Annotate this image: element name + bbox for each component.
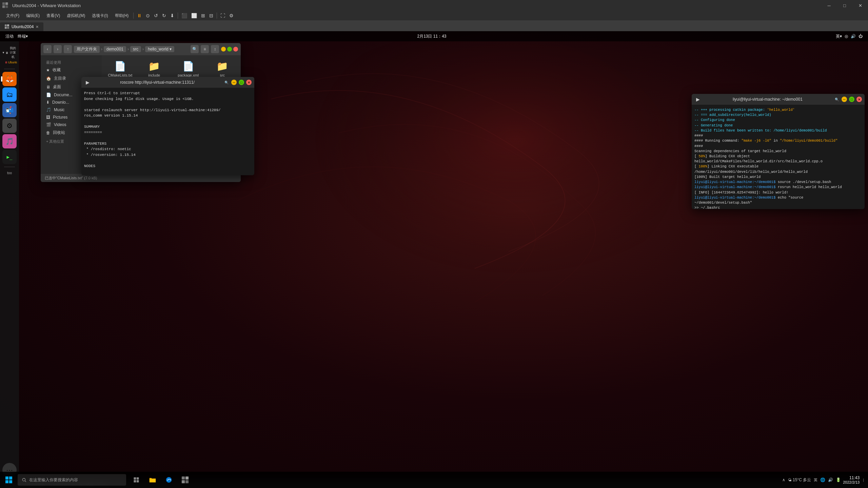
menu-vm[interactable]: 虚拟机(M) (63, 11, 88, 20)
roscore-close-btn[interactable]: ✕ (246, 80, 252, 85)
tab-close-btn[interactable]: ✕ (36, 25, 39, 29)
network-icon[interactable]: ◎ (845, 34, 848, 39)
show-hidden-icons[interactable]: ∧ (782, 477, 785, 482)
win-start-btn[interactable] (0, 472, 18, 488)
taskbar-vmware[interactable] (178, 472, 193, 487)
lang-indicator[interactable]: 英▾ (836, 34, 842, 39)
svg-rect-16 (137, 477, 139, 480)
settings-icon: ⚙ (6, 122, 13, 130)
my-computer-item[interactable]: ▼ 🖥 我的计算机 (1, 45, 18, 60)
view-btn4[interactable]: ⊟ (207, 12, 215, 20)
roscore-search-btn[interactable]: 🔍 (224, 80, 229, 85)
main-close-btn[interactable]: ✕ (856, 97, 862, 102)
roscore-minimize-btn[interactable]: ─ (231, 80, 237, 85)
pause-button[interactable]: ⏸ (135, 12, 144, 20)
activities-btn[interactable]: 活动 (5, 34, 14, 39)
roscore-autostart: auto-starting new master (84, 175, 252, 176)
minimize-button[interactable]: ─ (821, 0, 837, 11)
close-button[interactable]: ✕ (852, 0, 868, 11)
volume-taskbar-icon[interactable]: 🔊 (828, 477, 833, 482)
fullscreen-button[interactable]: ⛶ (218, 12, 227, 20)
view-toggle-btn[interactable]: ≡ (201, 45, 209, 53)
main-minimize-btn[interactable]: ─ (842, 97, 847, 102)
toolbar-btn2[interactable]: ⊙ (144, 12, 152, 20)
ime-icon[interactable]: 英 (814, 477, 817, 483)
view-btn3[interactable]: ⊞ (199, 12, 207, 20)
network-icon[interactable]: 🌐 (820, 477, 825, 482)
terminal-main[interactable]: ▶ liyui@liyui-virtual-machine: ~/demo001… (692, 94, 865, 209)
win-minimize-btn[interactable] (221, 47, 226, 52)
show-desktop-btn[interactable]: | (862, 478, 864, 482)
sys-tray-icons: ∧ 🌤 15°C 多云 英 🌐 🔊 🔋 (782, 477, 841, 483)
roscore-maximize-btn[interactable]: □ (239, 80, 244, 85)
volume-icon[interactable]: 🔊 (851, 34, 856, 39)
path-demo001[interactable]: demo001 (104, 46, 126, 52)
search-btn[interactable]: 🔍 (191, 45, 199, 53)
view-btn2[interactable]: ⬜ (189, 12, 199, 20)
taskbar-edge[interactable] (161, 472, 176, 487)
menu-help[interactable]: 帮助(H) (112, 11, 132, 20)
toolbar-btn5[interactable]: ⬇ (168, 12, 176, 20)
roscore-term-icon: ▶ (84, 79, 91, 86)
taskbar-explorer[interactable] (145, 472, 160, 487)
svg-rect-17 (134, 480, 136, 483)
dock-mail[interactable]: 📬 (2, 103, 17, 117)
ubuntu-top-panel: 活动 终端▾ 2月13日 11：43 英▾ ◎ 🔊 ⏻ (0, 31, 868, 41)
main-line-5: -- Build files have been written to: /ho… (694, 128, 862, 133)
main-maximize-btn[interactable]: □ (849, 97, 854, 102)
terminal-menu-btn[interactable]: 终端▾ (18, 34, 28, 39)
win-close-btn[interactable] (233, 47, 238, 52)
nav-up-btn[interactable]: ↑ (64, 45, 72, 53)
path-src[interactable]: src (130, 46, 141, 52)
taskbar-task-view[interactable] (129, 472, 144, 487)
main-line-8: #### (694, 144, 862, 149)
weather-widget: 🌤 15°C 多云 (788, 477, 811, 483)
menu-view[interactable]: 查看(V) (43, 11, 63, 20)
dock-tool-label: too (6, 170, 13, 176)
path-home[interactable]: 用户文件夹 (74, 46, 100, 53)
sort-btn[interactable]: ↕ (211, 45, 219, 53)
ubuntu-item[interactable]: 🖥 Ubuntu200... (1, 60, 18, 65)
main-search-btn[interactable]: 🔍 (834, 97, 840, 102)
dock-music[interactable]: 🎵 (2, 134, 17, 148)
dock-settings[interactable]: ⚙ (2, 119, 17, 133)
windows-logo (5, 476, 12, 483)
dock-terminal[interactable]: ▶_ (2, 150, 17, 164)
vm-tab[interactable]: Ubuntu2004 ✕ (0, 22, 43, 31)
main-line-16: liyui@liyui-virtual-machine:~/demo001$ e… (694, 195, 862, 205)
dock-files[interactable]: 🗂 (2, 87, 17, 102)
battery-icon[interactable]: 🔋 (836, 477, 841, 482)
toolbar-btn3[interactable]: ↺ (152, 12, 160, 20)
path-hello-world[interactable]: hello_world ▾ (145, 46, 174, 52)
dl-icon: ⬇ (46, 100, 50, 105)
dock-firefox[interactable]: 🦊 (2, 72, 17, 86)
taskbar-clock[interactable]: 11:43 2022/2/13 (843, 475, 860, 484)
pics-icon: 🖼 (46, 115, 50, 120)
vmware-tabbar: Ubuntu2004 ✕ (0, 20, 868, 31)
maximize-button[interactable]: □ (837, 0, 852, 11)
window-buttons (221, 47, 238, 52)
docs-icon: 📄 (46, 93, 51, 97)
svg-rect-19 (182, 476, 185, 480)
menu-edit[interactable]: 编辑(E) (23, 11, 43, 20)
menu-tabs[interactable]: 选项卡(I) (88, 11, 111, 20)
nav-forward-btn[interactable]: › (54, 45, 62, 53)
recent-section-label: 最近使用 (41, 58, 102, 66)
vm-screen[interactable]: 活动 终端▾ 2月13日 11：43 英▾ ◎ 🔊 ⏻ ▼ 🖥 我的计算机 (0, 31, 868, 480)
terminal-roscore[interactable]: ▶ roscore http://liyui-virtual-machine:1… (81, 77, 254, 175)
power-icon[interactable]: ⏻ (859, 34, 863, 39)
main-term-btns: 🔍 ─ □ ✕ (834, 97, 862, 102)
sidebar-bookmarks[interactable]: ★ 收藏 (41, 66, 102, 74)
window-controls: ─ □ ✕ (821, 0, 868, 11)
toolbar-separator3 (217, 13, 217, 19)
nav-back-btn[interactable]: ‹ (43, 45, 52, 53)
view-btn1[interactable]: ⬛ (179, 12, 189, 20)
svg-rect-6 (5, 27, 7, 29)
toolbar-btn4[interactable]: ↻ (160, 12, 168, 20)
menu-file[interactable]: 文件(F) (3, 11, 23, 20)
svg-rect-4 (5, 24, 7, 26)
svg-rect-7 (7, 27, 9, 29)
settings-btn[interactable]: ⚙ (227, 12, 236, 20)
win-search-box[interactable]: 在这里输入你要搜索的内容 (18, 474, 126, 486)
win-maximize-btn[interactable] (227, 47, 232, 52)
